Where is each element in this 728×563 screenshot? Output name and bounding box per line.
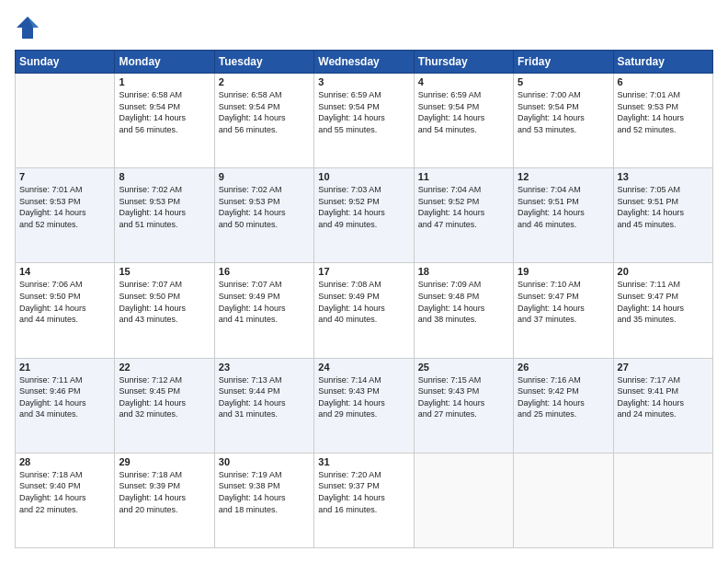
day-number: 11	[418, 171, 509, 182]
calendar-cell: 21Sunrise: 7:11 AM Sunset: 9:46 PM Dayli…	[16, 358, 115, 453]
day-number: 7	[19, 171, 110, 182]
day-number: 8	[119, 171, 210, 182]
calendar-cell: 11Sunrise: 7:04 AM Sunset: 9:52 PM Dayli…	[414, 168, 513, 263]
calendar-cell: 19Sunrise: 7:10 AM Sunset: 9:47 PM Dayli…	[514, 263, 613, 358]
day-number: 21	[19, 362, 110, 373]
day-number: 23	[219, 362, 310, 373]
day-info: Sunrise: 7:11 AM Sunset: 9:47 PM Dayligh…	[618, 279, 709, 325]
page: SundayMondayTuesdayWednesdayThursdayFrid…	[0, 0, 728, 563]
day-info: Sunrise: 7:01 AM Sunset: 9:53 PM Dayligh…	[618, 89, 709, 135]
day-number: 29	[119, 456, 210, 467]
calendar-cell: 7Sunrise: 7:01 AM Sunset: 9:53 PM Daylig…	[16, 168, 115, 263]
day-number: 27	[618, 362, 709, 373]
calendar-cell: 28Sunrise: 7:18 AM Sunset: 9:40 PM Dayli…	[16, 453, 115, 547]
day-info: Sunrise: 7:12 AM Sunset: 9:45 PM Dayligh…	[119, 374, 210, 420]
calendar-cell: 16Sunrise: 7:07 AM Sunset: 9:49 PM Dayli…	[214, 263, 313, 358]
week-row-2: 7Sunrise: 7:01 AM Sunset: 9:53 PM Daylig…	[16, 168, 713, 263]
calendar-cell: 10Sunrise: 7:03 AM Sunset: 9:52 PM Dayli…	[314, 168, 414, 263]
day-number: 26	[518, 362, 609, 373]
day-number: 30	[219, 456, 310, 467]
day-number: 12	[518, 171, 609, 182]
day-header-friday: Friday	[514, 51, 613, 74]
day-info: Sunrise: 7:05 AM Sunset: 9:51 PM Dayligh…	[618, 184, 709, 230]
calendar-table: SundayMondayTuesdayWednesdayThursdayFrid…	[15, 50, 713, 548]
week-row-3: 14Sunrise: 7:06 AM Sunset: 9:50 PM Dayli…	[16, 263, 713, 358]
day-info: Sunrise: 7:02 AM Sunset: 9:53 PM Dayligh…	[119, 184, 210, 230]
day-number: 5	[518, 76, 609, 87]
day-number: 14	[19, 266, 110, 277]
calendar-cell: 15Sunrise: 7:07 AM Sunset: 9:50 PM Dayli…	[115, 263, 214, 358]
day-info: Sunrise: 7:20 AM Sunset: 9:37 PM Dayligh…	[318, 469, 409, 515]
day-number: 16	[219, 266, 310, 277]
day-info: Sunrise: 7:06 AM Sunset: 9:50 PM Dayligh…	[19, 279, 110, 325]
day-info: Sunrise: 7:09 AM Sunset: 9:48 PM Dayligh…	[418, 279, 509, 325]
calendar-cell: 18Sunrise: 7:09 AM Sunset: 9:48 PM Dayli…	[414, 263, 513, 358]
header-row: SundayMondayTuesdayWednesdayThursdayFrid…	[16, 51, 713, 74]
day-number: 25	[418, 362, 509, 373]
day-info: Sunrise: 7:04 AM Sunset: 9:52 PM Dayligh…	[418, 184, 509, 230]
day-info: Sunrise: 7:19 AM Sunset: 9:38 PM Dayligh…	[219, 469, 310, 515]
day-info: Sunrise: 7:15 AM Sunset: 9:43 PM Dayligh…	[418, 374, 509, 420]
calendar-cell	[514, 453, 613, 547]
calendar-cell: 27Sunrise: 7:17 AM Sunset: 9:41 PM Dayli…	[613, 358, 712, 453]
day-info: Sunrise: 7:11 AM Sunset: 9:46 PM Dayligh…	[19, 374, 110, 420]
day-info: Sunrise: 7:03 AM Sunset: 9:52 PM Dayligh…	[318, 184, 409, 230]
day-info: Sunrise: 7:04 AM Sunset: 9:51 PM Dayligh…	[518, 184, 609, 230]
week-row-1: 1Sunrise: 6:58 AM Sunset: 9:54 PM Daylig…	[16, 74, 713, 168]
day-info: Sunrise: 6:59 AM Sunset: 9:54 PM Dayligh…	[318, 89, 409, 135]
day-info: Sunrise: 7:16 AM Sunset: 9:42 PM Dayligh…	[518, 374, 609, 420]
calendar-cell: 4Sunrise: 6:59 AM Sunset: 9:54 PM Daylig…	[414, 74, 513, 168]
day-info: Sunrise: 7:07 AM Sunset: 9:50 PM Dayligh…	[119, 279, 210, 325]
day-number: 19	[518, 266, 609, 277]
day-number: 22	[119, 362, 210, 373]
day-info: Sunrise: 6:58 AM Sunset: 9:54 PM Dayligh…	[119, 89, 210, 135]
calendar-cell: 2Sunrise: 6:58 AM Sunset: 9:54 PM Daylig…	[214, 74, 313, 168]
day-number: 15	[119, 266, 210, 277]
day-number: 6	[618, 76, 709, 87]
day-header-saturday: Saturday	[613, 51, 712, 74]
logo	[15, 15, 44, 40]
calendar-cell: 14Sunrise: 7:06 AM Sunset: 9:50 PM Dayli…	[16, 263, 115, 358]
calendar-cell: 6Sunrise: 7:01 AM Sunset: 9:53 PM Daylig…	[613, 74, 712, 168]
day-number: 17	[318, 266, 409, 277]
day-info: Sunrise: 6:59 AM Sunset: 9:54 PM Dayligh…	[418, 89, 509, 135]
calendar-cell: 3Sunrise: 6:59 AM Sunset: 9:54 PM Daylig…	[314, 74, 414, 168]
calendar-cell: 29Sunrise: 7:18 AM Sunset: 9:39 PM Dayli…	[115, 453, 214, 547]
calendar-cell: 5Sunrise: 7:00 AM Sunset: 9:54 PM Daylig…	[514, 74, 613, 168]
week-row-5: 28Sunrise: 7:18 AM Sunset: 9:40 PM Dayli…	[16, 453, 713, 547]
calendar-cell: 31Sunrise: 7:20 AM Sunset: 9:37 PM Dayli…	[314, 453, 414, 547]
day-info: Sunrise: 7:07 AM Sunset: 9:49 PM Dayligh…	[219, 279, 310, 325]
day-number: 18	[418, 266, 509, 277]
day-info: Sunrise: 7:08 AM Sunset: 9:49 PM Dayligh…	[318, 279, 409, 325]
day-number: 28	[19, 456, 110, 467]
calendar-cell: 22Sunrise: 7:12 AM Sunset: 9:45 PM Dayli…	[115, 358, 214, 453]
day-info: Sunrise: 7:18 AM Sunset: 9:39 PM Dayligh…	[119, 469, 210, 515]
calendar-cell: 24Sunrise: 7:14 AM Sunset: 9:43 PM Dayli…	[314, 358, 414, 453]
day-header-monday: Monday	[115, 51, 214, 74]
week-row-4: 21Sunrise: 7:11 AM Sunset: 9:46 PM Dayli…	[16, 358, 713, 453]
calendar-cell: 23Sunrise: 7:13 AM Sunset: 9:44 PM Dayli…	[214, 358, 313, 453]
calendar-cell: 17Sunrise: 7:08 AM Sunset: 9:49 PM Dayli…	[314, 263, 414, 358]
day-number: 20	[618, 266, 709, 277]
calendar-cell: 20Sunrise: 7:11 AM Sunset: 9:47 PM Dayli…	[613, 263, 712, 358]
day-info: Sunrise: 7:14 AM Sunset: 9:43 PM Dayligh…	[318, 374, 409, 420]
day-number: 24	[318, 362, 409, 373]
calendar-cell: 26Sunrise: 7:16 AM Sunset: 9:42 PM Dayli…	[514, 358, 613, 453]
day-number: 9	[219, 171, 310, 182]
day-info: Sunrise: 7:00 AM Sunset: 9:54 PM Dayligh…	[518, 89, 609, 135]
calendar-cell: 8Sunrise: 7:02 AM Sunset: 9:53 PM Daylig…	[115, 168, 214, 263]
day-number: 13	[618, 171, 709, 182]
day-info: Sunrise: 7:17 AM Sunset: 9:41 PM Dayligh…	[618, 374, 709, 420]
calendar-cell: 1Sunrise: 6:58 AM Sunset: 9:54 PM Daylig…	[115, 74, 214, 168]
day-number: 3	[318, 76, 409, 87]
day-number: 4	[418, 76, 509, 87]
day-info: Sunrise: 7:01 AM Sunset: 9:53 PM Dayligh…	[19, 184, 110, 230]
day-info: Sunrise: 7:18 AM Sunset: 9:40 PM Dayligh…	[19, 469, 110, 515]
header	[15, 15, 713, 40]
day-number: 10	[318, 171, 409, 182]
day-number: 31	[318, 456, 409, 467]
day-info: Sunrise: 6:58 AM Sunset: 9:54 PM Dayligh…	[219, 89, 310, 135]
calendar-cell: 30Sunrise: 7:19 AM Sunset: 9:38 PM Dayli…	[214, 453, 313, 547]
calendar-cell: 12Sunrise: 7:04 AM Sunset: 9:51 PM Dayli…	[514, 168, 613, 263]
calendar-cell	[613, 453, 712, 547]
